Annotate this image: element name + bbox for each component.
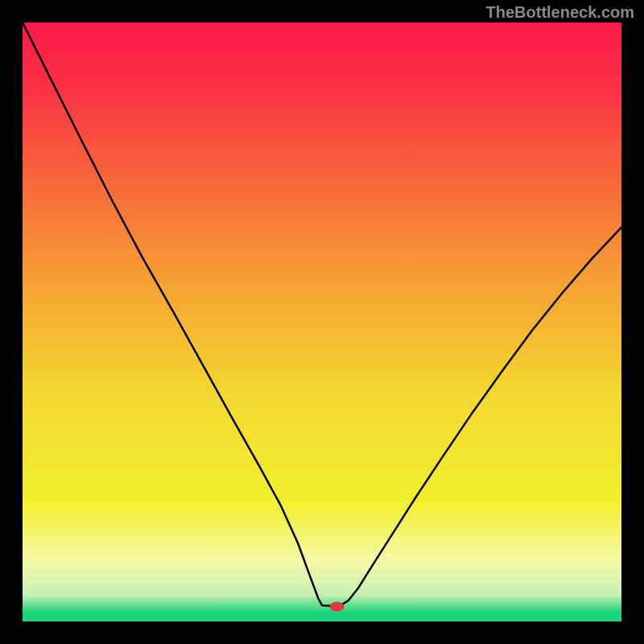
selected-point-marker [330,601,345,611]
chart-frame: TheBottleneck.com [0,0,644,644]
plot-svg [23,23,621,621]
watermark-text: TheBottleneck.com [486,3,634,22]
gradient-background [23,23,621,621]
plot-area [23,23,621,621]
